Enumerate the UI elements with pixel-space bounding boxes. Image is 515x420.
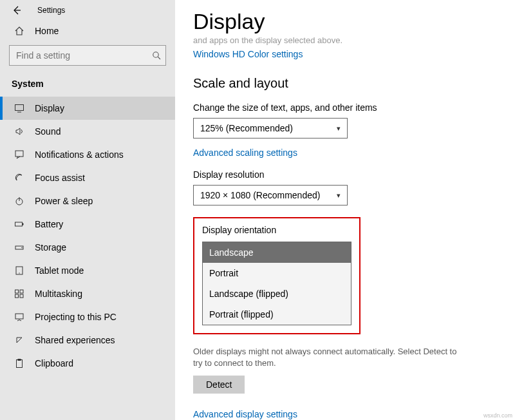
sidebar-item-label: Focus assist bbox=[35, 173, 85, 183]
display-icon bbox=[14, 103, 26, 113]
svg-line-2 bbox=[158, 57, 160, 59]
projecting-icon bbox=[14, 312, 26, 322]
sidebar-nav: Display Sound Notifications & actions Fo… bbox=[0, 97, 175, 420]
sidebar-item-label: Battery bbox=[35, 219, 63, 229]
scale-select[interactable]: 125% (Recommended) ▾ bbox=[193, 118, 348, 138]
battery-icon bbox=[14, 219, 26, 229]
resolution-select-value: 1920 × 1080 (Recommended) bbox=[200, 190, 320, 200]
sidebar: Settings Home System Display Sound bbox=[0, 0, 175, 420]
power-icon bbox=[14, 196, 26, 206]
back-button[interactable] bbox=[12, 5, 22, 15]
sound-icon bbox=[14, 126, 26, 137]
chevron-down-icon: ▾ bbox=[337, 124, 341, 133]
sidebar-item-battery[interactable]: Battery bbox=[0, 213, 175, 236]
sidebar-item-label: Notifications & actions bbox=[35, 149, 124, 160]
home-icon bbox=[14, 26, 26, 36]
sidebar-item-label: Display bbox=[35, 103, 64, 113]
scale-label: Change the size of text, apps, and other… bbox=[193, 102, 502, 113]
sidebar-item-projecting[interactable]: Projecting to this PC bbox=[0, 305, 175, 329]
search-input[interactable] bbox=[9, 45, 166, 66]
detect-button[interactable]: Detect bbox=[193, 376, 245, 394]
sidebar-item-power[interactable]: Power & sleep bbox=[0, 189, 175, 213]
advanced-scaling-link[interactable]: Advanced scaling settings bbox=[193, 148, 297, 158]
svg-rect-9 bbox=[23, 224, 24, 225]
sidebar-group-label: System bbox=[0, 76, 175, 97]
scale-select-value: 125% (Recommended) bbox=[200, 123, 293, 133]
svg-rect-17 bbox=[20, 294, 23, 298]
sidebar-item-notifications[interactable]: Notifications & actions bbox=[0, 143, 175, 166]
storage-icon bbox=[14, 242, 26, 253]
focus-icon bbox=[14, 173, 26, 183]
sidebar-item-display[interactable]: Display bbox=[0, 97, 175, 120]
sidebar-item-shared[interactable]: Shared experiences bbox=[0, 329, 175, 352]
multitasking-icon bbox=[14, 289, 26, 299]
window-title: Settings bbox=[37, 6, 65, 15]
sidebar-item-label: Tablet mode bbox=[35, 265, 84, 276]
page-title: Display bbox=[193, 9, 502, 34]
resolution-label: Display resolution bbox=[193, 169, 502, 180]
hd-color-link[interactable]: Windows HD Color settings bbox=[193, 49, 303, 59]
sidebar-item-storage[interactable]: Storage bbox=[0, 236, 175, 259]
tablet-icon bbox=[14, 265, 26, 276]
sidebar-item-tablet[interactable]: Tablet mode bbox=[0, 259, 175, 282]
resolution-select[interactable]: 1920 × 1080 (Recommended) ▾ bbox=[193, 185, 348, 205]
svg-rect-16 bbox=[15, 294, 19, 298]
orientation-option-portrait-flipped[interactable]: Portrait (flipped) bbox=[203, 304, 351, 325]
clipboard-icon bbox=[14, 358, 26, 368]
sidebar-item-multitasking[interactable]: Multitasking bbox=[0, 282, 175, 305]
advanced-display-link[interactable]: Advanced display settings bbox=[193, 409, 297, 419]
svg-rect-3 bbox=[15, 105, 24, 111]
nav-home-label: Home bbox=[35, 26, 59, 36]
sidebar-item-label: Power & sleep bbox=[35, 196, 93, 206]
sidebar-item-clipboard[interactable]: Clipboard bbox=[0, 352, 175, 375]
sidebar-item-label: Storage bbox=[35, 242, 66, 253]
search-box[interactable] bbox=[9, 45, 166, 66]
nav-home[interactable]: Home bbox=[0, 19, 175, 43]
svg-point-1 bbox=[153, 52, 158, 57]
sidebar-item-sound[interactable]: Sound bbox=[0, 120, 175, 143]
svg-rect-15 bbox=[20, 290, 23, 293]
chevron-down-icon: ▾ bbox=[337, 191, 341, 200]
orientation-option-landscape-flipped[interactable]: Landscape (flipped) bbox=[203, 283, 351, 304]
sidebar-item-label: Sound bbox=[35, 126, 61, 137]
svg-rect-19 bbox=[17, 360, 23, 368]
svg-rect-18 bbox=[15, 314, 23, 319]
svg-point-11 bbox=[21, 247, 23, 249]
svg-rect-5 bbox=[15, 151, 23, 157]
content: Display and apps on the display selected… bbox=[175, 0, 515, 420]
watermark: wsxdn.com bbox=[483, 412, 512, 419]
sidebar-item-label: Multitasking bbox=[35, 289, 82, 299]
orientation-option-portrait[interactable]: Portrait bbox=[203, 263, 351, 283]
truncated-text: and apps on the display selected above. bbox=[193, 35, 502, 45]
detect-help-text: Older displays might not always connect … bbox=[193, 346, 464, 369]
sidebar-item-focus-assist[interactable]: Focus assist bbox=[0, 166, 175, 189]
sidebar-item-label: Projecting to this PC bbox=[35, 312, 117, 322]
orientation-label: Display orientation bbox=[202, 225, 351, 235]
orientation-highlight: Display orientation Landscape Portrait L… bbox=[193, 217, 360, 334]
shared-icon bbox=[14, 335, 26, 345]
scale-layout-heading: Scale and layout bbox=[193, 76, 502, 91]
orientation-dropdown-open[interactable]: Landscape Portrait Landscape (flipped) P… bbox=[202, 242, 351, 325]
search-icon bbox=[152, 51, 161, 60]
orientation-option-landscape[interactable]: Landscape bbox=[203, 242, 351, 263]
svg-rect-14 bbox=[15, 290, 19, 293]
svg-point-13 bbox=[19, 272, 19, 273]
sidebar-item-label: Shared experiences bbox=[35, 335, 115, 345]
svg-rect-8 bbox=[15, 222, 23, 226]
sidebar-item-label: Clipboard bbox=[35, 358, 73, 368]
notifications-icon bbox=[14, 149, 26, 160]
